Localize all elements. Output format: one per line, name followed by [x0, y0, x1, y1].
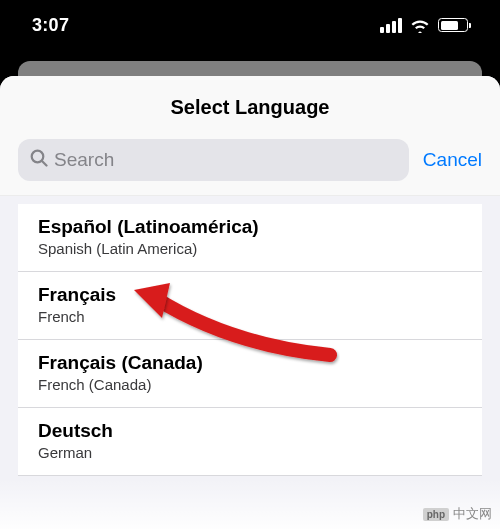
language-sheet: Select Language Cancel Español (Latinoam…	[0, 76, 500, 529]
search-input[interactable]	[54, 149, 397, 171]
language-english: French	[38, 308, 462, 325]
battery-icon	[438, 18, 468, 32]
search-field[interactable]	[18, 139, 409, 181]
language-english: Spanish (Latin America)	[38, 240, 462, 257]
language-name: Français (Canada)	[38, 352, 462, 374]
watermark-logo: php	[423, 508, 449, 521]
language-name: Español (Latinoamérica)	[38, 216, 462, 238]
sheet-header: Select Language Cancel	[0, 76, 500, 196]
signal-icon	[380, 18, 402, 33]
svg-line-1	[42, 161, 47, 166]
language-english: French (Canada)	[38, 376, 462, 393]
sheet-title: Select Language	[0, 96, 500, 119]
wifi-icon	[410, 18, 430, 33]
status-indicators	[380, 18, 468, 33]
language-list-container: Español (Latinoamérica) Spanish (Latin A…	[0, 196, 500, 476]
language-item-french-ca[interactable]: Français (Canada) French (Canada)	[18, 340, 482, 408]
search-row: Cancel	[0, 139, 500, 195]
language-name: Deutsch	[38, 420, 462, 442]
language-item-spanish-la[interactable]: Español (Latinoamérica) Spanish (Latin A…	[18, 204, 482, 272]
watermark: php 中文网	[423, 505, 492, 523]
status-time: 3:07	[32, 15, 69, 36]
cancel-button[interactable]: Cancel	[423, 149, 482, 171]
language-item-german[interactable]: Deutsch German	[18, 408, 482, 476]
status-bar: 3:07	[0, 0, 500, 50]
language-list: Español (Latinoamérica) Spanish (Latin A…	[18, 204, 482, 476]
language-english: German	[38, 444, 462, 461]
language-item-french[interactable]: Français French	[18, 272, 482, 340]
language-name: Français	[38, 284, 462, 306]
search-icon	[30, 149, 48, 172]
watermark-text: 中文网	[453, 505, 492, 523]
